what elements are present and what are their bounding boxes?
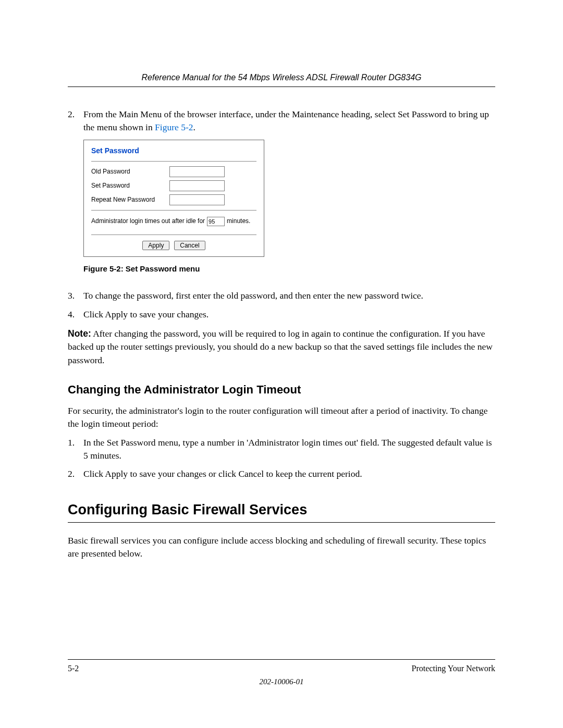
note-label: Note: (68, 328, 91, 339)
step2-text-a: From the Main Menu of the browser interf… (83, 109, 489, 132)
document-number: 202-10006-01 (68, 677, 495, 686)
repeat-password-label: Repeat New Password (91, 195, 169, 204)
old-password-label: Old Password (91, 167, 169, 176)
list-content: To change the password, first enter the … (83, 289, 495, 302)
idle-minutes-input[interactable] (207, 217, 225, 226)
page-footer: 5-2 Protecting Your Network 202-10006-01 (68, 659, 495, 686)
list-number: 3. (68, 289, 83, 302)
timeout-step-2: 2. Click Apply to save your changes or c… (68, 467, 495, 480)
old-password-input[interactable] (169, 166, 225, 177)
idle-timeout-row: Administrator login times out after idle… (84, 214, 264, 231)
set-password-label: Set Password (91, 181, 169, 190)
figure-divider (91, 161, 256, 162)
figure-divider-2 (91, 210, 256, 211)
repeat-password-input[interactable] (169, 194, 225, 205)
step-4: 4. Click Apply to save your changes. (68, 308, 495, 321)
page-header: Reference Manual for the 54 Mbps Wireles… (68, 73, 495, 87)
list-content: Click Apply to save your changes. (83, 308, 495, 321)
list-content: Click Apply to save your changes or clic… (83, 467, 495, 480)
figure-xref[interactable]: Figure 5-2 (155, 122, 193, 132)
set-password-row: Set Password (84, 179, 264, 193)
step-2: 2. From the Main Menu of the browser int… (68, 108, 495, 134)
body-content: 2. From the Main Menu of the browser int… (68, 108, 495, 561)
list-number: 4. (68, 308, 83, 321)
figure-buttons: Apply Cancel (84, 238, 264, 256)
heading-timeout: Changing the Administrator Login Timeout (68, 381, 495, 398)
header-title: Reference Manual for the 54 Mbps Wireles… (68, 73, 495, 82)
idle-text-b: minutes. (227, 217, 250, 226)
apply-button[interactable]: Apply (142, 241, 169, 250)
timeout-step-1: 1. In the Set Password menu, type a numb… (68, 436, 495, 463)
set-password-figure: Set Password Old Password Set Password R… (83, 140, 264, 257)
list-content: In the Set Password menu, type a number … (83, 436, 495, 463)
idle-text-a: Administrator login times out after idle… (91, 217, 205, 226)
figure-divider-3 (91, 235, 256, 235)
note-paragraph: Note: After changing the password, you w… (68, 327, 495, 367)
page-number: 5-2 (68, 664, 79, 673)
set-password-input[interactable] (169, 180, 225, 191)
repeat-password-row: Repeat New Password (84, 193, 264, 207)
list-content: From the Main Menu of the browser interf… (83, 108, 495, 134)
list-number: 2. (68, 467, 83, 480)
list-number: 2. (68, 108, 83, 134)
cancel-button[interactable]: Cancel (174, 241, 205, 250)
firewall-intro: Basic firewall services you can configur… (68, 534, 495, 561)
section-title: Protecting Your Network (412, 664, 495, 673)
step-3: 3. To change the password, first enter t… (68, 289, 495, 302)
old-password-row: Old Password (84, 165, 264, 179)
figure-caption: Figure 5-2: Set Password menu (83, 263, 495, 275)
figure-title: Set Password (84, 140, 264, 158)
header-rule (68, 87, 495, 87)
note-text: After changing the password, you will be… (68, 328, 493, 365)
list-number: 1. (68, 436, 83, 463)
heading-rule (68, 522, 495, 523)
timeout-intro: For security, the administrator's login … (68, 404, 495, 431)
step2-text-b: . (193, 122, 195, 132)
footer-rule (68, 659, 495, 660)
heading-firewall: Configuring Basic Firewall Services (68, 500, 495, 520)
